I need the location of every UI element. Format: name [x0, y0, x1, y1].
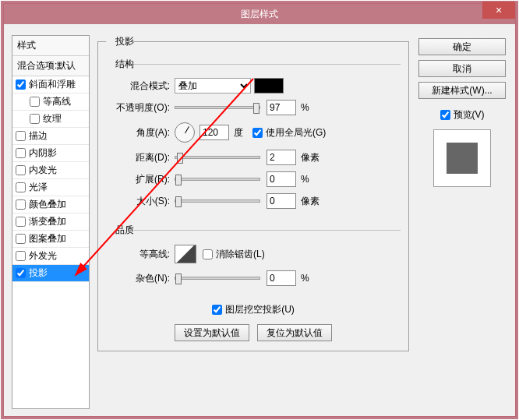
- antialias-label: 消除锯齿(L): [216, 248, 265, 261]
- close-button[interactable]: ×: [482, 2, 515, 19]
- sidebar-item-9[interactable]: 图案叠加: [12, 231, 89, 248]
- set-default-button[interactable]: 设置为默认值: [175, 324, 249, 341]
- opacity-input[interactable]: [267, 100, 296, 115]
- distance-label: 距离(D):: [106, 151, 170, 164]
- reset-default-button[interactable]: 复位为默认值: [257, 324, 332, 341]
- angle-unit: 度: [234, 126, 243, 139]
- spread-label: 扩展(R):: [106, 173, 170, 186]
- sidebar-header-styles[interactable]: 样式: [12, 36, 89, 56]
- antialias-checkbox[interactable]: [203, 249, 213, 259]
- sidebar-item-checkbox[interactable]: [16, 79, 26, 90]
- preview-box: [433, 129, 491, 187]
- spread-input[interactable]: [267, 171, 296, 187]
- blend-mode-select[interactable]: 叠加: [175, 78, 251, 94]
- structure-legend: 结构: [112, 58, 137, 71]
- knockout-checkbox[interactable]: [212, 305, 222, 315]
- sidebar-item-checkbox[interactable]: [16, 199, 26, 210]
- global-light-label: 使用全局光(G): [266, 126, 326, 139]
- sidebar-item-label: 光泽: [29, 181, 48, 194]
- sidebar-item-label: 投影: [29, 266, 48, 280]
- sidebar-item-checkbox[interactable]: [30, 114, 40, 124]
- noise-input[interactable]: [267, 270, 296, 286]
- opacity-slider[interactable]: [175, 106, 260, 109]
- sidebar-item-checkbox[interactable]: [16, 268, 26, 278]
- spread-slider[interactable]: [175, 178, 260, 181]
- contour-picker[interactable]: [175, 245, 196, 263]
- sidebar-item-11[interactable]: 投影: [12, 265, 89, 282]
- preview-checkbox[interactable]: [440, 110, 450, 120]
- new-style-button[interactable]: 新建样式(W)...: [418, 82, 506, 99]
- preview-label: 预览(V): [454, 108, 485, 122]
- ok-button[interactable]: 确定: [418, 38, 506, 55]
- sidebar-item-0[interactable]: 斜面和浮雕: [12, 76, 89, 94]
- blend-mode-label: 混合模式:: [106, 79, 170, 93]
- angle-dial[interactable]: [175, 122, 195, 143]
- styles-sidebar: 样式 混合选项:默认 斜面和浮雕等高线纹理描边内阴影内发光光泽颜色叠加渐变叠加图…: [12, 35, 90, 409]
- angle-input[interactable]: [199, 125, 229, 140]
- sidebar-item-3[interactable]: 描边: [12, 128, 89, 145]
- size-unit: 像素: [301, 195, 320, 208]
- dialog-title: 图层样式: [241, 9, 278, 19]
- sidebar-item-label: 内阴影: [29, 146, 57, 160]
- sidebar-item-6[interactable]: 光泽: [12, 179, 89, 196]
- angle-label: 角度(A):: [106, 126, 170, 139]
- noise-unit: %: [301, 273, 309, 284]
- titlebar: 图层样式 ×: [4, 4, 515, 24]
- sidebar-item-4[interactable]: 内阴影: [12, 145, 89, 162]
- opacity-label: 不透明度(O):: [106, 101, 170, 115]
- sidebar-item-8[interactable]: 渐变叠加: [12, 214, 89, 231]
- effect-legend: 投影: [112, 35, 137, 48]
- sidebar-item-checkbox[interactable]: [30, 97, 40, 107]
- contour-label: 等高线:: [106, 248, 170, 261]
- sidebar-item-checkbox[interactable]: [16, 234, 26, 244]
- sidebar-item-checkbox[interactable]: [16, 148, 26, 158]
- spread-unit: %: [301, 174, 309, 185]
- sidebar-item-1[interactable]: 等高线: [12, 94, 89, 111]
- knockout-label: 图层挖空投影(U): [225, 303, 295, 316]
- sidebar-item-label: 纹理: [43, 112, 62, 125]
- size-input[interactable]: [267, 193, 296, 209]
- sidebar-item-label: 渐变叠加: [29, 215, 66, 228]
- sidebar-item-label: 等高线: [43, 95, 71, 108]
- sidebar-item-checkbox[interactable]: [16, 165, 26, 175]
- preview-swatch: [447, 143, 478, 174]
- size-slider[interactable]: [175, 199, 260, 203]
- sidebar-item-label: 内发光: [29, 164, 57, 177]
- main-panel: 投影 结构 混合模式: 叠加 不透明度(O): %: [97, 35, 409, 409]
- sidebar-item-10[interactable]: 外发光: [12, 248, 89, 265]
- global-light-checkbox[interactable]: [252, 128, 263, 138]
- sidebar-item-checkbox[interactable]: [16, 182, 26, 192]
- structure-fieldset: 结构 混合模式: 叠加 不透明度(O): % 角度(A):: [106, 58, 401, 217]
- quality-legend: 品质: [112, 224, 137, 237]
- sidebar-header-blend[interactable]: 混合选项:默认: [12, 56, 89, 76]
- cancel-button[interactable]: 取消: [418, 60, 506, 77]
- sidebar-item-7[interactable]: 颜色叠加: [12, 196, 89, 214]
- distance-input[interactable]: [267, 150, 296, 165]
- sidebar-item-checkbox[interactable]: [16, 217, 26, 227]
- sidebar-item-5[interactable]: 内发光: [12, 162, 89, 179]
- effect-fieldset: 投影 结构 混合模式: 叠加 不透明度(O): %: [97, 35, 409, 351]
- sidebar-item-label: 斜面和浮雕: [29, 78, 76, 91]
- sidebar-item-label: 外发光: [29, 249, 57, 263]
- distance-slider[interactable]: [175, 156, 260, 159]
- sidebar-item-checkbox[interactable]: [16, 251, 26, 261]
- noise-label: 杂色(N):: [106, 272, 170, 285]
- sidebar-item-label: 颜色叠加: [29, 198, 66, 211]
- sidebar-item-checkbox[interactable]: [16, 131, 26, 141]
- right-panel: 确定 取消 新建样式(W)... 预览(V): [418, 38, 506, 187]
- layer-style-dialog: 图层样式 × 样式 混合选项:默认 斜面和浮雕等高线纹理描边内阴影内发光光泽颜色…: [3, 3, 516, 417]
- quality-fieldset: 品质 等高线: 消除锯齿(L) 杂色(N): %: [106, 224, 401, 295]
- sidebar-item-label: 图案叠加: [29, 232, 66, 245]
- noise-slider[interactable]: [175, 277, 260, 280]
- shadow-color-swatch[interactable]: [254, 78, 284, 94]
- distance-unit: 像素: [301, 151, 320, 164]
- opacity-unit: %: [301, 102, 309, 113]
- sidebar-item-label: 描边: [29, 129, 48, 143]
- sidebar-item-2[interactable]: 纹理: [12, 111, 89, 128]
- size-label: 大小(S):: [106, 195, 170, 208]
